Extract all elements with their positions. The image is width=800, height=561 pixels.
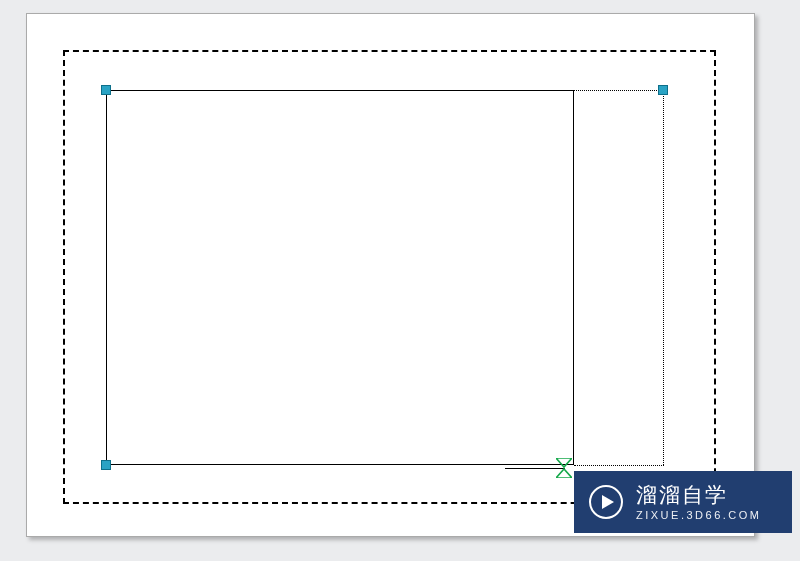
selection-grip-bottom-left[interactable]	[101, 460, 111, 470]
selection-grip-top-right[interactable]	[658, 85, 668, 95]
viewport-rectangle[interactable]	[106, 90, 574, 465]
watermark-badge: 溜溜自学 ZIXUE.3D66.COM	[574, 471, 792, 533]
svg-marker-3	[602, 495, 614, 509]
play-circle-icon	[588, 484, 624, 520]
guide-line	[505, 468, 565, 469]
selection-grip-top-left[interactable]	[101, 85, 111, 95]
watermark-url: ZIXUE.3D66.COM	[636, 509, 761, 522]
watermark-title: 溜溜自学	[636, 483, 761, 507]
